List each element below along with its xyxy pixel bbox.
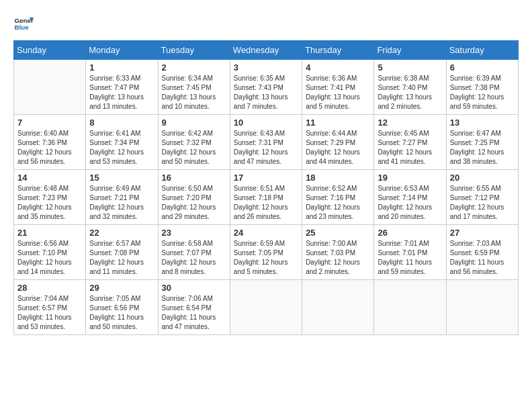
calendar-cell: 3Sunrise: 6:35 AM Sunset: 7:43 PM Daylig…	[230, 60, 302, 115]
calendar-cell: 10Sunrise: 6:43 AM Sunset: 7:31 PM Dayli…	[230, 115, 302, 170]
day-info: Sunrise: 6:59 AM Sunset: 7:05 PM Dayligh…	[234, 239, 298, 277]
calendar-cell: 22Sunrise: 6:57 AM Sunset: 7:08 PM Dayli…	[86, 225, 158, 280]
day-info: Sunrise: 7:06 AM Sunset: 6:54 PM Dayligh…	[162, 294, 226, 332]
day-info: Sunrise: 7:04 AM Sunset: 6:57 PM Dayligh…	[17, 294, 82, 332]
day-number: 17	[234, 173, 298, 183]
day-number: 30	[162, 283, 226, 293]
day-info: Sunrise: 6:43 AM Sunset: 7:31 PM Dayligh…	[234, 129, 298, 167]
calendar-cell: 8Sunrise: 6:41 AM Sunset: 7:34 PM Daylig…	[86, 115, 158, 170]
day-number: 6	[450, 62, 515, 73]
day-info: Sunrise: 7:05 AM Sunset: 6:56 PM Dayligh…	[89, 294, 154, 332]
day-number: 9	[162, 118, 226, 128]
day-info: Sunrise: 6:51 AM Sunset: 7:18 PM Dayligh…	[234, 184, 298, 222]
calendar-cell: 28Sunrise: 7:04 AM Sunset: 6:57 PM Dayli…	[14, 280, 86, 335]
calendar-cell: 6Sunrise: 6:39 AM Sunset: 7:38 PM Daylig…	[446, 60, 518, 115]
svg-text:Blue: Blue	[15, 24, 30, 31]
logo-icon: General Blue	[13, 13, 34, 34]
day-info: Sunrise: 6:42 AM Sunset: 7:32 PM Dayligh…	[162, 129, 226, 167]
day-number: 29	[89, 283, 154, 293]
calendar-cell: 30Sunrise: 7:06 AM Sunset: 6:54 PM Dayli…	[158, 280, 230, 335]
day-number: 14	[17, 173, 82, 183]
day-info: Sunrise: 7:00 AM Sunset: 7:03 PM Dayligh…	[306, 239, 370, 277]
calendar-table: SundayMondayTuesdayWednesdayThursdayFrid…	[13, 40, 519, 335]
day-info: Sunrise: 6:35 AM Sunset: 7:43 PM Dayligh…	[234, 74, 298, 111]
day-number: 2	[162, 62, 226, 73]
day-info: Sunrise: 6:58 AM Sunset: 7:07 PM Dayligh…	[162, 239, 226, 277]
day-number: 28	[17, 283, 82, 293]
calendar-cell: 12Sunrise: 6:45 AM Sunset: 7:27 PM Dayli…	[374, 115, 446, 170]
day-number: 7	[17, 118, 82, 128]
column-header-saturday: Saturday	[446, 41, 518, 60]
column-header-monday: Monday	[86, 41, 158, 60]
calendar-cell: 13Sunrise: 6:47 AM Sunset: 7:25 PM Dayli…	[446, 115, 518, 170]
day-number: 19	[378, 173, 442, 183]
day-info: Sunrise: 6:38 AM Sunset: 7:40 PM Dayligh…	[378, 74, 442, 111]
day-info: Sunrise: 6:57 AM Sunset: 7:08 PM Dayligh…	[89, 239, 154, 277]
calendar-week-2: 7Sunrise: 6:40 AM Sunset: 7:36 PM Daylig…	[14, 115, 519, 170]
column-header-sunday: Sunday	[14, 41, 86, 60]
calendar-cell: 2Sunrise: 6:34 AM Sunset: 7:45 PM Daylig…	[158, 60, 230, 115]
calendar-cell: 4Sunrise: 6:36 AM Sunset: 7:41 PM Daylig…	[302, 60, 374, 115]
day-number: 3	[234, 62, 298, 73]
day-info: Sunrise: 7:01 AM Sunset: 7:01 PM Dayligh…	[378, 239, 442, 277]
calendar-cell: 7Sunrise: 6:40 AM Sunset: 7:36 PM Daylig…	[14, 115, 86, 170]
day-number: 8	[89, 118, 154, 128]
day-info: Sunrise: 6:50 AM Sunset: 7:20 PM Dayligh…	[162, 184, 226, 222]
day-info: Sunrise: 6:49 AM Sunset: 7:21 PM Dayligh…	[89, 184, 154, 222]
day-info: Sunrise: 6:47 AM Sunset: 7:25 PM Dayligh…	[450, 129, 515, 167]
day-info: Sunrise: 6:40 AM Sunset: 7:36 PM Dayligh…	[17, 129, 82, 167]
calendar-cell	[374, 280, 446, 335]
day-number: 15	[89, 173, 154, 183]
calendar-cell: 27Sunrise: 7:03 AM Sunset: 6:59 PM Dayli…	[446, 225, 518, 280]
calendar-cell: 11Sunrise: 6:44 AM Sunset: 7:29 PM Dayli…	[302, 115, 374, 170]
day-info: Sunrise: 6:41 AM Sunset: 7:34 PM Dayligh…	[89, 129, 154, 167]
calendar-cell: 19Sunrise: 6:53 AM Sunset: 7:14 PM Dayli…	[374, 170, 446, 225]
day-number: 1	[89, 62, 154, 73]
calendar-cell	[230, 280, 302, 335]
day-info: Sunrise: 6:56 AM Sunset: 7:10 PM Dayligh…	[17, 239, 82, 277]
day-info: Sunrise: 6:52 AM Sunset: 7:16 PM Dayligh…	[306, 184, 370, 222]
calendar-cell	[302, 280, 374, 335]
day-info: Sunrise: 6:55 AM Sunset: 7:12 PM Dayligh…	[450, 184, 515, 222]
calendar-week-4: 21Sunrise: 6:56 AM Sunset: 7:10 PM Dayli…	[14, 225, 519, 280]
calendar-week-1: 1Sunrise: 6:33 AM Sunset: 7:47 PM Daylig…	[14, 60, 519, 115]
logo: General Blue	[13, 13, 34, 34]
calendar-cell: 29Sunrise: 7:05 AM Sunset: 6:56 PM Dayli…	[86, 280, 158, 335]
calendar-cell: 24Sunrise: 6:59 AM Sunset: 7:05 PM Dayli…	[230, 225, 302, 280]
day-number: 25	[306, 228, 370, 238]
calendar-cell: 16Sunrise: 6:50 AM Sunset: 7:20 PM Dayli…	[158, 170, 230, 225]
calendar-cell	[14, 60, 86, 115]
day-number: 11	[306, 118, 370, 128]
day-number: 4	[306, 62, 370, 73]
day-number: 18	[306, 173, 370, 183]
day-number: 23	[162, 228, 226, 238]
day-info: Sunrise: 6:39 AM Sunset: 7:38 PM Dayligh…	[450, 74, 515, 111]
day-info: Sunrise: 6:53 AM Sunset: 7:14 PM Dayligh…	[378, 184, 442, 222]
calendar-week-5: 28Sunrise: 7:04 AM Sunset: 6:57 PM Dayli…	[14, 280, 519, 335]
day-number: 13	[450, 118, 515, 128]
day-number: 12	[378, 118, 442, 128]
calendar-cell: 25Sunrise: 7:00 AM Sunset: 7:03 PM Dayli…	[302, 225, 374, 280]
column-header-wednesday: Wednesday	[230, 41, 302, 60]
day-number: 22	[89, 228, 154, 238]
calendar-cell: 23Sunrise: 6:58 AM Sunset: 7:07 PM Dayli…	[158, 225, 230, 280]
day-number: 5	[378, 62, 442, 73]
day-number: 26	[378, 228, 442, 238]
calendar-cell	[446, 280, 518, 335]
day-number: 24	[234, 228, 298, 238]
calendar-cell: 26Sunrise: 7:01 AM Sunset: 7:01 PM Dayli…	[374, 225, 446, 280]
day-info: Sunrise: 6:45 AM Sunset: 7:27 PM Dayligh…	[378, 129, 442, 167]
calendar-cell: 9Sunrise: 6:42 AM Sunset: 7:32 PM Daylig…	[158, 115, 230, 170]
day-info: Sunrise: 6:33 AM Sunset: 7:47 PM Dayligh…	[89, 74, 154, 111]
day-number: 27	[450, 228, 515, 238]
day-number: 10	[234, 118, 298, 128]
day-info: Sunrise: 6:48 AM Sunset: 7:23 PM Dayligh…	[17, 184, 82, 222]
calendar-cell: 15Sunrise: 6:49 AM Sunset: 7:21 PM Dayli…	[86, 170, 158, 225]
calendar-cell: 21Sunrise: 6:56 AM Sunset: 7:10 PM Dayli…	[14, 225, 86, 280]
column-header-tuesday: Tuesday	[158, 41, 230, 60]
day-info: Sunrise: 7:03 AM Sunset: 6:59 PM Dayligh…	[450, 239, 515, 277]
calendar-cell: 1Sunrise: 6:33 AM Sunset: 7:47 PM Daylig…	[86, 60, 158, 115]
column-header-friday: Friday	[374, 41, 446, 60]
day-info: Sunrise: 6:34 AM Sunset: 7:45 PM Dayligh…	[162, 74, 226, 111]
calendar-cell: 14Sunrise: 6:48 AM Sunset: 7:23 PM Dayli…	[14, 170, 86, 225]
